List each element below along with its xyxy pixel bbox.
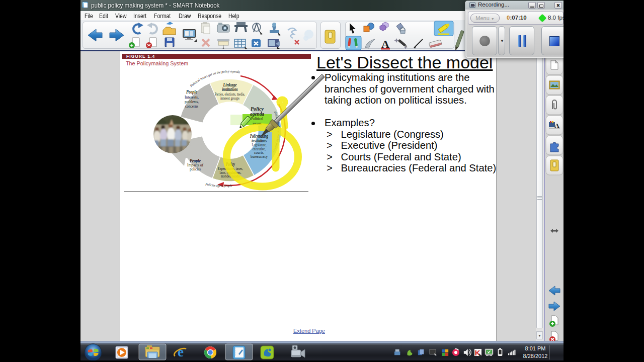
svg-text:Policy: Policy (251, 107, 264, 112)
svg-text:concerns: concerns (185, 104, 198, 109)
svg-text:Political: Political (251, 117, 264, 121)
svg-text:The Policymaking System: The Policymaking System (126, 60, 188, 66)
svg-text:policies: policies (190, 167, 201, 171)
svg-text:Policies affect people: Policies affect people (205, 182, 232, 187)
svg-text:problems,: problems, (185, 100, 199, 104)
svg-text:Interests,: Interests, (185, 95, 199, 100)
svg-text:FIGURE 1.4: FIGURE 1.4 (126, 54, 155, 59)
svg-text:institutions: institutions (222, 87, 238, 92)
svg-text:People: People (186, 89, 198, 95)
svg-text:agenda: agenda (250, 112, 264, 117)
svg-text:e: e (178, 344, 184, 359)
svg-text:bureaucracy: bureaucracy (251, 154, 268, 159)
svg-text:8/28/2012: 8/28/2012 (523, 353, 548, 359)
svg-text:8:01 PM: 8:01 PM (525, 345, 546, 351)
svg-text:interest groups: interest groups (220, 96, 239, 101)
